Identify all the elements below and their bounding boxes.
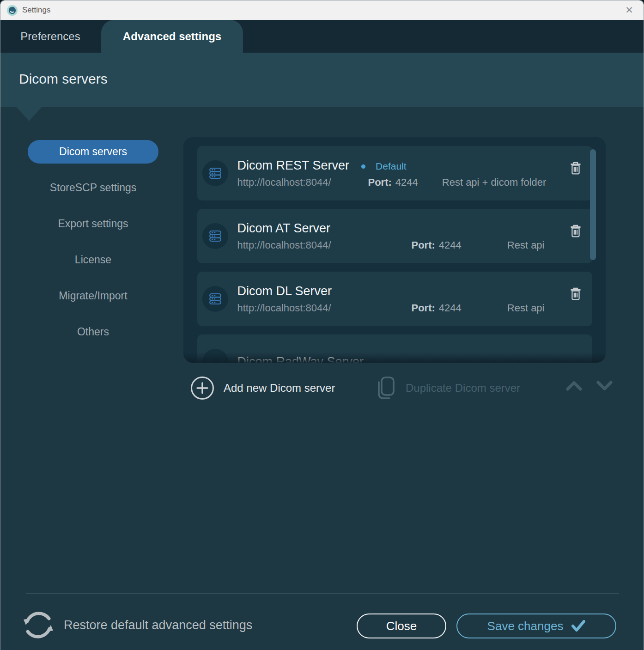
- port-label: Port:: [368, 176, 392, 188]
- sidebar-item-license[interactable]: License: [28, 248, 158, 272]
- sidebar-item-storescp-settings[interactable]: StoreSCP settings: [28, 176, 158, 200]
- server-row-rest[interactable]: Dicom REST Server Default http://localho…: [197, 146, 592, 200]
- duplicate-server-label: Duplicate Dicom server: [406, 382, 520, 395]
- server-row-at[interactable]: Dicom AT Server http://localhost:8044/ P…: [197, 209, 592, 263]
- port-label: Port:: [412, 239, 435, 251]
- close-button-label: Close: [386, 619, 417, 633]
- server-name: Dicom RadWay Server: [237, 355, 364, 363]
- close-button[interactable]: Close: [357, 614, 446, 638]
- title-bar: Settings ✕: [0, 0, 644, 20]
- move-down-button[interactable]: [596, 380, 613, 392]
- window-title: Settings: [22, 6, 50, 15]
- port-value: 4244: [395, 176, 418, 188]
- delete-server-icon[interactable]: [569, 286, 582, 301]
- move-up-button[interactable]: [565, 380, 583, 392]
- sidebar-item-export-settings[interactable]: Export settings: [28, 212, 158, 236]
- plus-circle-icon: [190, 376, 215, 401]
- default-dot-icon: [361, 164, 365, 169]
- port-value: 4244: [439, 239, 462, 251]
- server-icon: [202, 223, 228, 249]
- refresh-icon: [20, 607, 57, 644]
- server-info: Dicom RadWay Server: [237, 355, 584, 363]
- footer-divider: [26, 593, 619, 594]
- restore-defaults-button[interactable]: Restore default advanced settings: [20, 607, 252, 644]
- default-badge: Default: [376, 159, 407, 172]
- server-name: Dicom REST Server: [237, 158, 350, 173]
- sidebar-item-dicom-servers[interactable]: Dicom servers: [28, 140, 158, 164]
- tab-preferences[interactable]: Preferences: [9, 20, 92, 53]
- server-icon: [202, 286, 228, 312]
- server-row-radway[interactable]: Dicom RadWay Server: [197, 334, 592, 363]
- delete-server-icon[interactable]: [569, 223, 582, 238]
- server-url: http://localhost:8044/: [237, 302, 412, 314]
- server-name: Dicom DL Server: [237, 284, 332, 298]
- server-actions: Add new Dicom server Duplicate Dicom ser…: [183, 373, 606, 403]
- server-name: Dicom AT Server: [237, 221, 331, 236]
- server-type: Rest api: [507, 239, 545, 251]
- server-info: Dicom REST Server Default http://localho…: [237, 158, 584, 188]
- section-header-band: Dicom servers: [0, 53, 644, 107]
- add-server-label: Add new Dicom server: [224, 382, 335, 395]
- header-notch: [17, 107, 42, 121]
- sidebar-item-migrate-import[interactable]: Migrate/Import: [28, 284, 158, 308]
- server-type: Rest api + dicom folder: [442, 176, 547, 188]
- port-value: 4244: [439, 302, 462, 314]
- duplicate-server-button[interactable]: Duplicate Dicom server: [374, 374, 520, 402]
- restore-defaults-label: Restore default advanced settings: [64, 618, 252, 632]
- server-info: Dicom DL Server http://localhost:8044/ P…: [237, 284, 584, 314]
- window-close-button[interactable]: ✕: [620, 0, 639, 20]
- delete-server-icon[interactable]: [569, 160, 582, 175]
- save-changes-label: Save changes: [487, 619, 564, 633]
- tab-advanced-settings[interactable]: Advanced settings: [101, 20, 243, 53]
- save-changes-button[interactable]: Save changes: [456, 614, 616, 638]
- copy-icon: [374, 374, 398, 402]
- server-list-panel: Dicom REST Server Default http://localho…: [183, 137, 606, 363]
- server-type: Rest api: [507, 302, 545, 314]
- page-title: Dicom servers: [0, 53, 644, 87]
- app-logo-icon: [6, 5, 18, 16]
- check-icon: [571, 620, 585, 632]
- server-icon: [202, 349, 228, 363]
- server-url: http://localhost:8044/: [237, 176, 368, 188]
- server-row-dl[interactable]: Dicom DL Server http://localhost:8044/ P…: [197, 272, 592, 326]
- sidebar-item-others[interactable]: Others: [28, 320, 158, 344]
- server-info: Dicom AT Server http://localhost:8044/ P…: [237, 221, 584, 251]
- tab-bar: Preferences Advanced settings: [0, 20, 644, 53]
- server-url: http://localhost:8044/: [237, 239, 412, 251]
- settings-window: Settings ✕ Preferences Advanced settings…: [0, 0, 644, 650]
- add-server-button[interactable]: Add new Dicom server: [190, 376, 335, 401]
- scrollbar-thumb[interactable]: [590, 149, 596, 260]
- port-label: Port:: [412, 302, 435, 314]
- server-icon: [202, 160, 228, 186]
